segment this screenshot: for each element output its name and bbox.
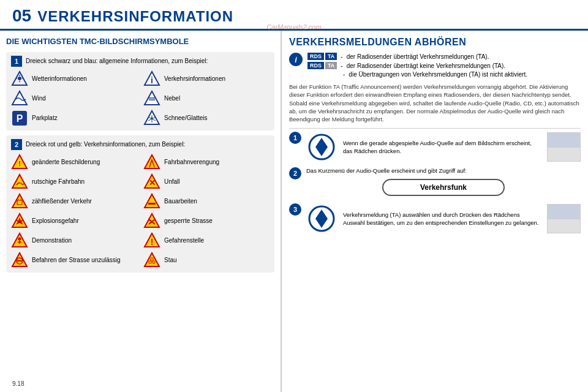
svg-text:P: P: [17, 113, 23, 124]
slippery-road-icon: [11, 173, 28, 190]
rds-row-2: RDS TA - der Radiosender überträgt keine…: [307, 62, 527, 69]
explosion-icon: [11, 213, 28, 230]
rds-label: RDS: [307, 53, 324, 60]
rds-row-3: - die Übertragungen von Verkehrsmeldunge…: [307, 71, 527, 78]
chapter-number: 05: [12, 6, 31, 26]
sign-change-icon: !: [11, 154, 28, 171]
step-3-icon: [306, 203, 337, 234]
section-2-description: Dreieck rot und gelb: Verkehrsinformatio…: [26, 141, 185, 148]
svg-rect-31: [148, 202, 156, 203]
section-1-block: 1 Dreieck schwarz und blau: allgemeine I…: [6, 52, 274, 130]
list-item: Stau: [143, 252, 270, 269]
item-label: Stau: [164, 257, 177, 263]
step-2-content: Das Kurzmenü der Audio-Quelle erscheint …: [306, 167, 581, 198]
item-label: Schnee/Glatteis: [164, 115, 208, 121]
item-label: Befahren der Strasse unzulässig: [32, 257, 121, 263]
list-item: gesperrte Strasse: [143, 213, 270, 230]
accident-icon: ✕: [143, 173, 160, 190]
section-1-grid: Wetterinformationen i Verkehrsinformatio…: [11, 70, 270, 127]
step-3-inner: Verkehrsmeldung (TA) auswählen und durch…: [306, 203, 581, 234]
construction-icon: [143, 193, 160, 210]
step-1-text: Wenn die gerade abgespielte Audio-Quelle…: [343, 139, 541, 156]
demonstration-icon: [11, 232, 28, 249]
section-2-header: 2 Dreieck rot und gelb: Verkehrsinformat…: [11, 139, 270, 150]
left-panel: DIE WICHTIGSTEN TMC-BILDSCHIRMSYMBOLE 1 …: [0, 31, 282, 392]
list-item: Demonstration: [11, 232, 137, 249]
rds-info-box: i RDS TA - der Radiosender überträgt Ver…: [289, 53, 581, 78]
weather-info-icon: [11, 70, 28, 88]
list-item: Fahrbahnverengung: [143, 154, 270, 171]
traffic-jam-icon: [143, 252, 160, 269]
step-1-icon: [306, 132, 337, 162]
rds-badge-1: RDS TA: [307, 53, 337, 60]
svg-marker-46: [145, 253, 159, 266]
ta-label-dim: TA: [325, 62, 337, 69]
list-item: i Verkehrsinformationen: [143, 70, 270, 88]
item-label: Parkplatz: [32, 115, 58, 121]
item-label: zähfließender Verkehr: [32, 198, 92, 205]
section-2-number: 2: [11, 139, 22, 150]
svg-marker-22: [12, 175, 27, 188]
svg-text:!: !: [18, 160, 21, 167]
step-2-number: 2: [289, 167, 301, 179]
rds-row-2-text: der Radiosender überträgt keine Verkehrs…: [347, 62, 505, 69]
svg-text:!: !: [151, 237, 154, 247]
info-paragraph: Bei der Funktion TA (Traffic Announcemen…: [289, 83, 581, 123]
step-1-number: 1: [289, 132, 301, 144]
list-item: ✕ Unfall: [143, 173, 270, 190]
svg-marker-25: [12, 194, 27, 208]
item-label: Wind: [32, 95, 46, 102]
svg-marker-33: [145, 214, 159, 227]
list-item: ! geänderte Beschilderung: [11, 154, 137, 171]
mini-img-mid: [548, 148, 580, 162]
section-1-description: Dreieck schwarz und blau: allgemeine Inf…: [26, 58, 208, 64]
mini-img-mid-3: [548, 219, 580, 233]
rds-row-1-text: der Radiosender überträgt Verkehrsmeldun…: [347, 53, 489, 60]
svg-marker-51: [315, 138, 328, 156]
blocked-road-icon: [143, 213, 160, 230]
item-label: Bauarbeiten: [164, 198, 197, 205]
section-2-block: 2 Dreieck rot und gelb: Verkehrsinformat…: [6, 135, 274, 273]
step-3-text: Verkehrsmeldung (TA) auswählen und durch…: [343, 211, 541, 227]
step-1-inner: Wenn die gerade abgespielte Audio-Quelle…: [306, 132, 581, 162]
list-item: P Parkplatz: [11, 110, 137, 127]
svg-marker-29: [145, 194, 159, 208]
item-label: rutschige Fahrbahn: [32, 178, 85, 185]
step-3-content: Verkehrsmeldung (TA) auswählen und durch…: [306, 203, 581, 234]
step-3-mini-image: [547, 204, 581, 233]
rds-row-1: RDS TA - der Radiosender überträgt Verke…: [307, 53, 527, 60]
dash-separator: -: [341, 53, 342, 60]
verkehrsfunk-button[interactable]: Verkehrsfunk: [382, 179, 505, 196]
right-panel-title: VERKEHRSMELDUNGEN ABHÖREN: [289, 37, 581, 48]
wind-icon: [11, 90, 28, 107]
no-entry-icon: [11, 252, 28, 269]
step-1-content: Wenn die gerade abgespielte Audio-Quelle…: [306, 132, 581, 162]
step-2-label: Das Kurzmenü der Audio-Quelle erscheint …: [306, 167, 467, 174]
item-label: Explosionsgefahr: [32, 217, 79, 224]
right-panel: VERKEHRSMELDUNGEN ABHÖREN i RDS TA - der…: [282, 31, 588, 392]
list-item: Wetterinformationen: [11, 70, 137, 88]
parking-icon: P: [11, 110, 28, 127]
svg-marker-21: [145, 155, 159, 168]
watermark: CarManuals2.com: [266, 23, 321, 31]
item-label: Fahrbahnverengung: [164, 159, 219, 165]
rds-row-3-text: die Übertragungen von Verkehrsmeldungen …: [349, 71, 527, 78]
svg-text:i: i: [151, 75, 153, 85]
lane-narrowing-icon: [143, 154, 160, 171]
fog-icon: [143, 90, 160, 107]
left-section-title: DIE WICHTIGSTEN TMC-BILDSCHIRMSYMBOLE: [6, 37, 274, 47]
section-2-grid: ! geänderte Beschilderung Fahrbahnvereng…: [11, 154, 270, 269]
list-item: rutschige Fahrbahn: [11, 173, 137, 190]
page-title: VERKEHRSINFORMATION: [37, 8, 233, 25]
list-item: Befahren der Strasse unzulässig: [11, 252, 137, 269]
hazard-icon: !: [143, 232, 160, 249]
list-item: zähfließender Verkehr: [11, 193, 137, 210]
section-1-header: 1 Dreieck schwarz und blau: allgemeine I…: [11, 56, 270, 67]
item-label: gesperrte Strasse: [164, 217, 213, 224]
dash-separator-3: -: [343, 71, 345, 78]
mini-img-top-3: [548, 205, 580, 219]
svg-point-37: [18, 237, 21, 240]
svg-point-1: [18, 77, 21, 80]
info-circle-icon: i: [289, 53, 303, 66]
item-label: Unfall: [164, 178, 180, 185]
